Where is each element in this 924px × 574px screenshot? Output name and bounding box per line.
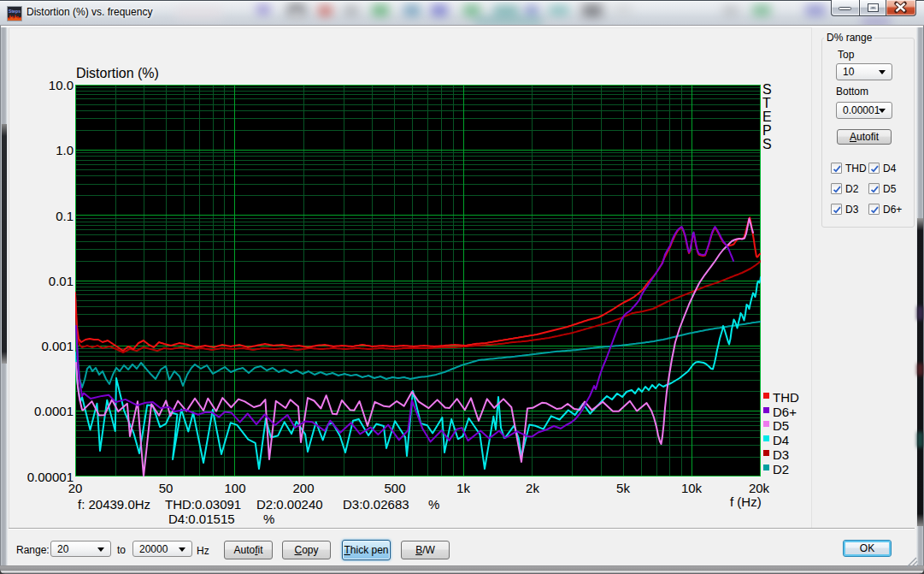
svg-text:Steps: Steps	[9, 9, 21, 14]
